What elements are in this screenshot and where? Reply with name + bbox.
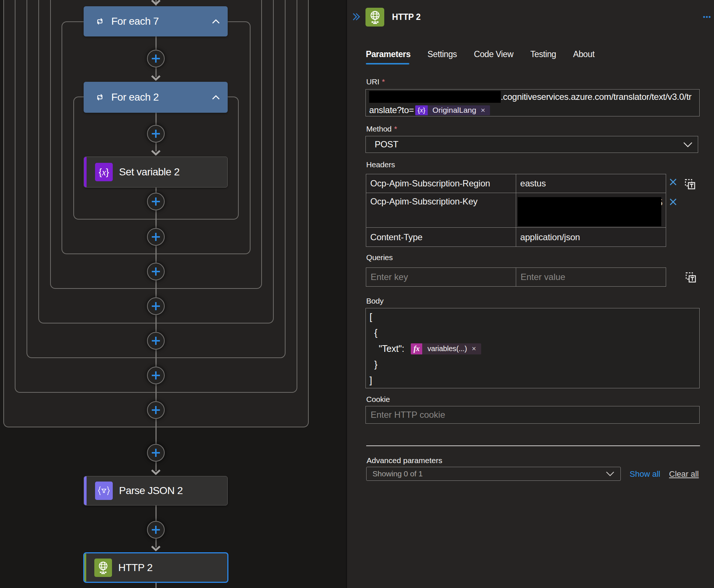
workflow-canvas[interactable]: For each 7 For each 2 {x} Set variable 2 bbox=[0, 0, 346, 588]
insert-action-button[interactable] bbox=[147, 332, 165, 350]
redacted-subscription-key bbox=[518, 197, 661, 226]
insert-action-button[interactable] bbox=[147, 401, 165, 419]
connector-line bbox=[155, 419, 157, 444]
http-2-label: HTTP 2 bbox=[118, 562, 153, 574]
tab-testing[interactable]: Testing bbox=[530, 49, 556, 59]
parse-json-2-label: Parse JSON 2 bbox=[119, 485, 183, 497]
connector-arrow-icon bbox=[151, 469, 161, 475]
advanced-parameters-label: Advanced parameters bbox=[367, 456, 442, 465]
header-row[interactable]: Ocp-Apim-Subscription-Key 5 bbox=[366, 193, 666, 227]
plus-icon bbox=[151, 267, 161, 276]
advanced-parameters-dropdown[interactable]: Showing 0 of 1 bbox=[366, 467, 621, 481]
http-operation-icon bbox=[365, 8, 384, 27]
connector-line bbox=[155, 350, 157, 367]
set-variable-icon: {x} bbox=[95, 163, 113, 181]
plus-icon bbox=[151, 448, 161, 458]
foreach-loop-icon bbox=[95, 17, 105, 26]
headers-label: Headers bbox=[366, 160, 395, 169]
tab-about[interactable]: About bbox=[573, 49, 595, 59]
connector-arrow-icon bbox=[151, 546, 161, 552]
connector-line bbox=[155, 246, 157, 263]
required-asterisk: * bbox=[394, 125, 397, 133]
connector-line bbox=[155, 280, 157, 297]
insert-action-button[interactable] bbox=[147, 367, 165, 384]
plus-icon bbox=[151, 129, 161, 139]
variable-accent-bar bbox=[84, 157, 87, 187]
fx-expression-icon: fx bbox=[411, 343, 422, 354]
connector-line bbox=[155, 210, 157, 228]
queries-label: Queries bbox=[366, 253, 393, 262]
delete-header-row-icon[interactable] bbox=[669, 198, 677, 206]
uri-value-line2: anslate?to= bbox=[369, 105, 414, 115]
connector-line bbox=[155, 384, 157, 401]
uri-label: URI* bbox=[366, 77, 385, 86]
show-all-link[interactable]: Show all bbox=[630, 469, 660, 479]
connector-arrow-icon bbox=[151, 0, 161, 6]
collapse-chevron-icon[interactable] bbox=[211, 95, 220, 100]
plus-icon bbox=[151, 525, 161, 535]
active-tab-underline bbox=[366, 63, 409, 64]
collapse-panel-icon[interactable] bbox=[352, 12, 361, 21]
insert-action-button[interactable] bbox=[147, 297, 165, 315]
parse-json-2-card[interactable]: Parse JSON 2 bbox=[84, 476, 228, 505]
text-mode-toggle-icon[interactable] bbox=[686, 272, 696, 283]
plus-icon bbox=[151, 405, 161, 415]
header-key: Ocp-Apim-Subscription-Region bbox=[370, 178, 490, 189]
foreach-2-card[interactable]: For each 2 bbox=[84, 82, 228, 113]
body-editor[interactable]: [ { "Text": fxvariables(...)× } ] bbox=[365, 308, 700, 388]
plus-icon bbox=[151, 54, 161, 63]
insert-action-button[interactable] bbox=[147, 193, 165, 210]
method-select[interactable]: POST bbox=[365, 136, 698, 153]
insert-action-button[interactable] bbox=[147, 50, 165, 67]
insert-action-button[interactable] bbox=[147, 263, 165, 280]
cookie-label: Cookie bbox=[366, 395, 390, 404]
chevron-down-icon bbox=[683, 142, 693, 147]
set-variable-2-label: Set variable 2 bbox=[119, 166, 179, 178]
remove-token-icon[interactable]: × bbox=[472, 344, 476, 353]
foreach-7-label: For each 7 bbox=[111, 15, 159, 27]
uri-value-line1: .cognitiveservices.azure.com/translator/… bbox=[501, 92, 692, 102]
collapse-chevron-icon[interactable] bbox=[211, 19, 220, 24]
query-value-input[interactable] bbox=[516, 268, 666, 286]
http-2-card[interactable]: HTTP 2 bbox=[83, 552, 228, 583]
redacted-uri-host bbox=[369, 91, 501, 103]
insert-action-button[interactable] bbox=[147, 228, 165, 246]
query-key-input[interactable] bbox=[366, 268, 516, 286]
tab-code-view[interactable]: Code View bbox=[474, 49, 513, 59]
expression-token-icon: {x} bbox=[415, 105, 427, 115]
foreach-7-card[interactable]: For each 7 bbox=[84, 6, 228, 36]
headers-table: Ocp-Apim-Subscription-Region eastus Ocp-… bbox=[366, 174, 666, 247]
panel-title: HTTP 2 bbox=[392, 12, 421, 22]
http-icon bbox=[94, 559, 112, 577]
plus-icon bbox=[151, 336, 161, 346]
method-value: POST bbox=[375, 139, 398, 150]
set-variable-2-card[interactable]: {x} Set variable 2 bbox=[84, 157, 228, 188]
more-actions-icon[interactable] bbox=[703, 15, 712, 19]
http-accent-bar bbox=[84, 553, 86, 582]
insert-action-button[interactable] bbox=[147, 521, 165, 539]
method-label: Method* bbox=[366, 125, 397, 133]
queries-table bbox=[366, 267, 666, 287]
chevron-down-icon bbox=[606, 471, 615, 476]
clear-all-link[interactable]: Clear all bbox=[669, 469, 699, 479]
query-row[interactable] bbox=[366, 268, 666, 286]
insert-action-button[interactable] bbox=[147, 125, 165, 143]
connector-arrow-icon bbox=[151, 150, 161, 156]
header-row[interactable]: Ocp-Apim-Subscription-Region eastus bbox=[366, 174, 666, 193]
remove-token-icon[interactable]: × bbox=[481, 106, 485, 115]
plus-icon bbox=[151, 197, 161, 206]
tab-parameters[interactable]: Parameters bbox=[366, 49, 410, 59]
tab-settings[interactable]: Settings bbox=[427, 49, 457, 59]
variables-token[interactable]: variables(...)× bbox=[422, 343, 481, 354]
insert-action-button[interactable] bbox=[147, 444, 165, 462]
header-value: eastus bbox=[520, 178, 546, 189]
panel-tabs: Parameters Settings Code View Testing Ab… bbox=[366, 49, 595, 59]
uri-input[interactable]: .cognitiveservices.azure.com/translator/… bbox=[365, 89, 700, 116]
cookie-input[interactable] bbox=[365, 406, 700, 424]
body-code-line: "Text": bbox=[379, 343, 404, 354]
header-row[interactable]: Content-Type application/json bbox=[366, 227, 666, 246]
text-mode-toggle-icon[interactable] bbox=[685, 179, 695, 189]
delete-header-row-icon[interactable] bbox=[669, 178, 677, 186]
required-asterisk: * bbox=[382, 77, 385, 86]
original-lang-token[interactable]: OriginalLang× bbox=[428, 105, 490, 115]
